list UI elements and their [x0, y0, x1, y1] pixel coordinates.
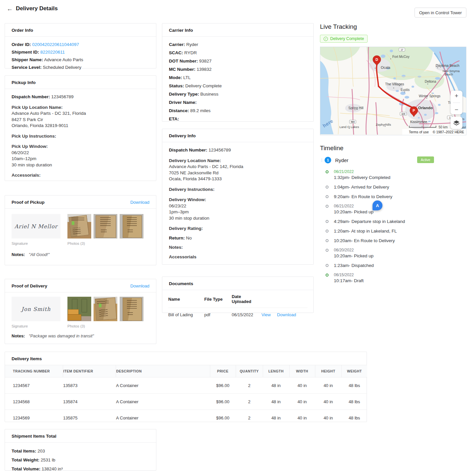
delivery-photo-3[interactable] [120, 297, 143, 321]
pickup-window-time: 10am–12pm [12, 156, 149, 162]
event-marker [326, 205, 329, 208]
pickup-photo-2[interactable] [94, 214, 117, 238]
event-text: 1:04pm- Arrived for Delivery [334, 184, 389, 190]
map-label-fort-mccoy: Fort McCoy [392, 55, 410, 59]
pickup-signature-image: Ariel N Mellor [12, 214, 60, 238]
delivery-items-table: TRACKING NUMBER ITEM DENTIFIER DESCRIPTI… [5, 365, 367, 426]
pickup-dispatch-label: Dispatch Number: [12, 94, 50, 99]
order-id-link[interactable]: 0200420220611044097 [32, 42, 79, 47]
cell-weight: 48 lbs [341, 410, 367, 426]
mode-value: LTL [183, 75, 191, 80]
document-row: Bill of Lading pdf 06/15/2022 View Downl… [168, 308, 307, 322]
pickup-photo-3[interactable] [120, 214, 143, 238]
event-text: 9:20am- En Route to Delivery [334, 194, 392, 199]
active-badge[interactable]: Active [417, 156, 434, 163]
map-label-spring-hill: Spring Hill [348, 106, 364, 110]
timeline-event: 06/21/2022 10:20am- Picked up [320, 203, 466, 215]
delivery-photos-label: Photos (3) [67, 324, 143, 328]
document-date-uploaded: 06/15/2022 [232, 312, 261, 317]
delivery-rating-label: Delivery Rating: [169, 226, 307, 232]
carrier-label: Carrier: [169, 42, 185, 47]
shipment-items-total-card: Shipment Items Total Total Items: 203 To… [5, 429, 156, 471]
mc-number-value: 139832 [197, 67, 212, 72]
pin-d-letter: D [375, 58, 378, 62]
map-layers-button[interactable] [451, 117, 462, 129]
delivery-signature-image: Jon Smith [12, 297, 60, 321]
pickup-photo-1[interactable] [67, 214, 91, 238]
cell-price: $96.00 [210, 377, 236, 394]
pickup-window-date: 06/20/22 [12, 150, 149, 156]
cell-width: 40 in [289, 377, 315, 394]
zoom-out-button[interactable]: − [451, 107, 462, 113]
drag-handle-icon[interactable]: ⋮ [320, 159, 323, 161]
cell-tracking: 1234567 [5, 377, 63, 394]
back-arrow-icon[interactable]: ← [7, 5, 13, 13]
pickup-info-title: Pickup Info [12, 80, 36, 85]
document-view-link[interactable]: View [261, 312, 271, 317]
documents-col-date: Date Uploaded [232, 294, 261, 304]
return-value: No [186, 236, 192, 240]
delivery-notes-label: Notes: [12, 333, 25, 338]
proof-of-pickup-title: Proof of Pickup [12, 200, 45, 205]
cell-weight: 48 lbs [341, 377, 367, 394]
timeline-event: 06/15/2022 10:17am- Draft [320, 272, 466, 283]
proof-of-delivery-download-link[interactable]: Download [130, 283, 149, 288]
pickup-notes-value: "All Good!" [29, 252, 50, 257]
total-items-value: 203 [38, 449, 45, 454]
map-label-eustis: Eustis [401, 88, 410, 92]
map-label-ocala: Ocala [381, 65, 391, 69]
distance-label: Distance: [169, 108, 189, 113]
timeline-event: 1:20am- At stop in Lakeland, FL [320, 228, 466, 234]
delivery-signature-text: Jon Smith [21, 306, 51, 312]
event-marker [326, 170, 329, 173]
pickup-address-line2: Orlando, Florida 32819-9011 [12, 123, 149, 129]
pickup-notes-label: Notes: [12, 252, 25, 257]
status-label: Status: [169, 83, 184, 88]
map-terms-link[interactable]: Terms of use [409, 130, 429, 134]
pickup-window-duration: 30 min stop duration [12, 162, 149, 168]
event-text: 1:20am- At stop in Lakeland, FL [334, 228, 397, 234]
mode-label: Mode: [169, 75, 182, 80]
document-name: Bill of Lading [168, 312, 204, 317]
event-text: 10:17am- Draft [334, 278, 364, 283]
timeline-event: 1:23am- Dispatched [320, 263, 466, 268]
event-marker [326, 230, 329, 233]
map-label-new-smyrna-1: New Smyrna [443, 69, 460, 73]
col-width: WIDTH [289, 365, 315, 377]
event-text: 1:32pm- Delivery Completed [334, 175, 390, 180]
map-canvas: 17 429 589 1 Fort McCoy Ocala Daytona Be… [320, 47, 466, 135]
delivery-photo-2[interactable] [94, 297, 117, 321]
map-scale-label: 50 km [439, 125, 448, 129]
pickup-location-link[interactable]: Advance Auto Parts - DC 321, Florida [12, 110, 149, 117]
cell-height: 40 in [315, 377, 341, 394]
event-marker [326, 186, 329, 189]
timeline-title: Timeline [320, 145, 466, 152]
proof-of-delivery-card: Proof of Delivery Download Jon Smith Sig… [5, 279, 156, 344]
event-text: 4:29am- Departure stop in Lakeland [334, 219, 405, 224]
map-label-daytona-beach: Daytona Beach [436, 64, 459, 67]
col-quantity: QUANTITY [236, 365, 263, 377]
document-file-type: pdf [204, 312, 232, 317]
shipment-id-link[interactable]: 8220220611 [40, 50, 65, 55]
delivery-location-link[interactable]: Advance Auto Parts - DC 142, Florida [169, 164, 307, 170]
carrier-info-title: Carrier Info [169, 28, 193, 33]
delivery-photo-1[interactable] [67, 297, 91, 321]
open-control-tower-button[interactable]: Open in Control Tower [414, 8, 466, 18]
cell-description: A Container [116, 377, 210, 394]
delivery-signature-label: Signature [12, 324, 60, 328]
cell-quantity: 2 [236, 410, 263, 426]
carrier-info-card: Carrier Info Carrier: Ryder SCAC: RYDR D… [162, 23, 314, 122]
tracking-map[interactable]: 17 429 589 1 Fort McCoy Ocala Daytona Be… [320, 47, 466, 135]
delivery-window-duration: 30 min stop duration [169, 215, 307, 222]
event-marker [326, 264, 329, 267]
pickup-signature-text: Ariel N Mellor [15, 223, 58, 230]
proof-of-pickup-download-link[interactable]: Download [130, 200, 149, 205]
delivery-window-label: Delivery Window: [169, 197, 307, 203]
shipment-total-title: Shipment Items Total [12, 434, 57, 439]
document-download-link[interactable]: Download [277, 312, 296, 317]
cell-price: $96.00 [210, 394, 236, 410]
delivery-info-card: Delivery Info Dispatch Number: 123456789… [162, 129, 314, 265]
cell-quantity: 2 [236, 394, 263, 410]
zoom-in-button[interactable]: + [451, 93, 462, 99]
col-tracking-number: TRACKING NUMBER [5, 365, 63, 377]
